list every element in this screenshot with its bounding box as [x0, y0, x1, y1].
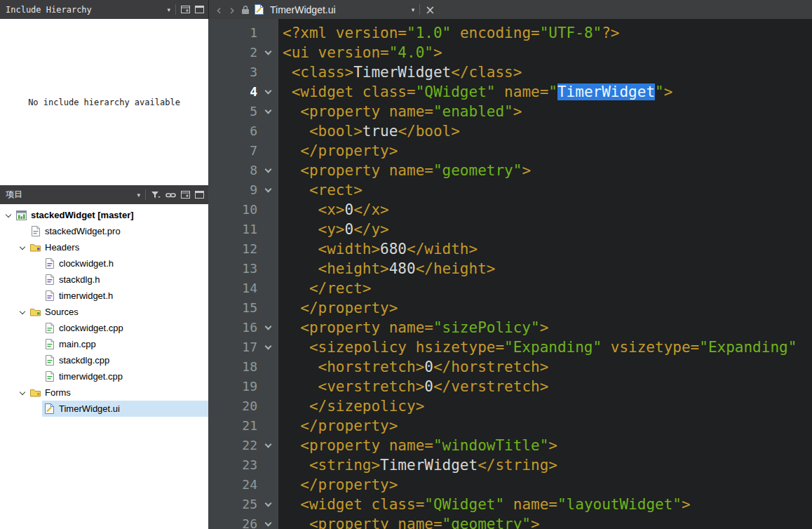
code-segment: </bool>: [398, 123, 460, 140]
code-line-6[interactable]: 6 <bool>true</bool>: [208, 121, 812, 141]
code-line-25[interactable]: 25 <widget class="QWidget" name="layoutW…: [208, 495, 812, 514]
code-segment: ?>: [602, 25, 619, 41]
tree-item-label: timerwidget.cpp: [59, 371, 123, 382]
code-line-19[interactable]: 19 <verstretch>0</verstretch>: [208, 377, 812, 396]
code-line-16[interactable]: 16 <property name="sizePolicy">: [208, 318, 812, 337]
fold-spacer: [257, 23, 278, 43]
tree-item[interactable]: timerwidget.cpp: [0, 368, 208, 384]
lock-icon[interactable]: [241, 5, 250, 15]
tree-item[interactable]: timerwidget.h: [0, 288, 208, 304]
code-line-22[interactable]: 22 <property name="windowTitle">: [208, 436, 812, 455]
code-line-5[interactable]: 5 <property name="enabled">: [208, 102, 812, 121]
code-segment: "4.0": [389, 44, 433, 61]
tree-item-content[interactable]: timerwidget.h: [42, 288, 208, 304]
code-line-14[interactable]: 14 </rect>: [208, 279, 812, 298]
chevron-expanded-icon[interactable]: [17, 311, 28, 314]
fold-marker-icon[interactable]: [257, 495, 278, 514]
tree-item[interactable]: TimerWidget.ui: [0, 401, 208, 417]
open-documents-dropdown-icon[interactable]: ▾: [412, 6, 415, 13]
code-text: <?xml version="1.0" encoding="UTF-8"?>: [278, 23, 619, 43]
tree-item[interactable]: stackedWidget [master]: [0, 207, 208, 223]
fold-marker-icon[interactable]: [257, 318, 278, 337]
code-line-17[interactable]: 17 <sizepolicy hsizetype="Expanding" vsi…: [208, 337, 812, 357]
tree-item[interactable]: clockwidget.h: [0, 255, 208, 272]
code-line-4[interactable]: 4 <widget class="QWidget" name="TimerWid…: [208, 82, 812, 102]
forward-icon[interactable]: ›: [228, 1, 236, 18]
code-segment: </y>: [353, 221, 389, 238]
code-line-7[interactable]: 7 </property>: [208, 141, 812, 161]
fold-marker-icon[interactable]: [257, 180, 278, 200]
code-segment: <verstretch>: [283, 378, 424, 395]
projects-mode-dropdown-icon[interactable]: ▾: [137, 192, 140, 199]
split-panel-icon[interactable]: [181, 191, 190, 199]
headers-folder-icon: [29, 241, 41, 253]
tree-item-content[interactable]: timerwidget.cpp: [42, 368, 208, 384]
tree-item[interactable]: main.cpp: [0, 336, 208, 352]
tree-item[interactable]: stackedWidget.pro: [0, 223, 208, 239]
code-line-13[interactable]: 13 <height>480</height>: [208, 259, 812, 279]
tree-item[interactable]: Forms: [0, 384, 208, 401]
back-icon[interactable]: ‹: [215, 1, 223, 18]
code-line-2[interactable]: 2<ui version="4.0">: [208, 43, 812, 62]
tree-item-content[interactable]: TimerWidget.ui: [42, 401, 208, 417]
close-panel-icon[interactable]: [195, 6, 204, 13]
tree-item[interactable]: Headers: [0, 239, 208, 255]
line-number: 14: [208, 279, 257, 298]
fold-marker-icon[interactable]: [257, 161, 278, 180]
tree-item-content[interactable]: Sources: [28, 304, 208, 320]
code-line-23[interactable]: 23 <string>TimerWidget</string>: [208, 455, 812, 475]
tree-item-content[interactable]: clockwidget.h: [42, 255, 208, 272]
code-line-9[interactable]: 9 <rect>: [208, 180, 812, 200]
code-area[interactable]: 1<?xml version="1.0" encoding="UTF-8"?>2…: [208, 19, 812, 529]
fold-marker-icon[interactable]: [257, 43, 278, 62]
code-line-24[interactable]: 24 </property>: [208, 475, 812, 495]
close-document-icon[interactable]: ×: [425, 3, 435, 17]
line-number: 24: [208, 475, 257, 495]
chevron-expanded-icon[interactable]: [3, 214, 14, 217]
code-line-10[interactable]: 10 <x>0</x>: [208, 200, 812, 220]
projects-title: 项目: [6, 189, 137, 201]
tree-item-content[interactable]: clockwidget.cpp: [42, 320, 208, 336]
tree-item-content[interactable]: main.cpp: [42, 336, 208, 352]
fold-marker-icon[interactable]: [257, 102, 278, 121]
code-line-21[interactable]: 21 </property>: [208, 416, 812, 436]
code-line-3[interactable]: 3 <class>TimerWidget</class>: [208, 62, 812, 82]
fold-spacer: [257, 475, 278, 495]
code-line-18[interactable]: 18 <horstretch>0</horstretch>: [208, 357, 812, 377]
tree-item-content[interactable]: stackdlg.h: [42, 272, 208, 288]
tree-item-content[interactable]: Headers: [28, 239, 208, 255]
fold-marker-icon[interactable]: [257, 436, 278, 455]
code-line-15[interactable]: 15 </property>: [208, 298, 812, 318]
line-number: 10: [208, 200, 257, 220]
split-panel-icon[interactable]: [181, 6, 190, 13]
panel-mode-dropdown-icon[interactable]: ▾: [167, 6, 170, 13]
sync-with-editor-icon[interactable]: [165, 191, 176, 199]
chevron-expanded-icon[interactable]: [17, 246, 28, 249]
tree-item[interactable]: clockwidget.cpp: [0, 320, 208, 336]
tree-item-content[interactable]: stackedWidget.pro: [28, 223, 208, 239]
code-text: </property>: [278, 416, 398, 436]
code-line-1[interactable]: 1<?xml version="1.0" encoding="UTF-8"?>: [208, 23, 812, 43]
code-line-12[interactable]: 12 <width>680</width>: [208, 239, 812, 259]
close-panel-icon[interactable]: [195, 191, 204, 199]
code-line-26[interactable]: 26 <property name="geometry">: [208, 514, 812, 529]
tree-item-content[interactable]: stackedWidget [master]: [14, 207, 208, 223]
fold-marker-icon[interactable]: [257, 514, 278, 529]
filter-icon[interactable]: [151, 191, 161, 199]
tab-title[interactable]: TimerWidget.ui: [270, 4, 336, 15]
code-line-20[interactable]: 20 </sizepolicy>: [208, 396, 812, 416]
code-line-8[interactable]: 8 <property name="geometry">: [208, 161, 812, 180]
fold-marker-icon[interactable]: [257, 82, 278, 102]
tree-item-content[interactable]: Forms: [28, 384, 208, 401]
line-number: 23: [208, 455, 257, 475]
fold-marker-icon[interactable]: [257, 337, 278, 357]
tree-item[interactable]: Sources: [0, 304, 208, 320]
tree-item[interactable]: stackdlg.cpp: [0, 352, 208, 368]
tree-item-content[interactable]: stackdlg.cpp: [42, 352, 208, 368]
code-segment: </property>: [283, 142, 398, 159]
code-line-11[interactable]: 11 <y>0</y>: [208, 220, 812, 239]
fold-chevron-glyph: [264, 323, 271, 330]
chevron-expanded-icon[interactable]: [17, 391, 28, 394]
code-segment: 0: [345, 201, 354, 218]
tree-item[interactable]: stackdlg.h: [0, 272, 208, 288]
